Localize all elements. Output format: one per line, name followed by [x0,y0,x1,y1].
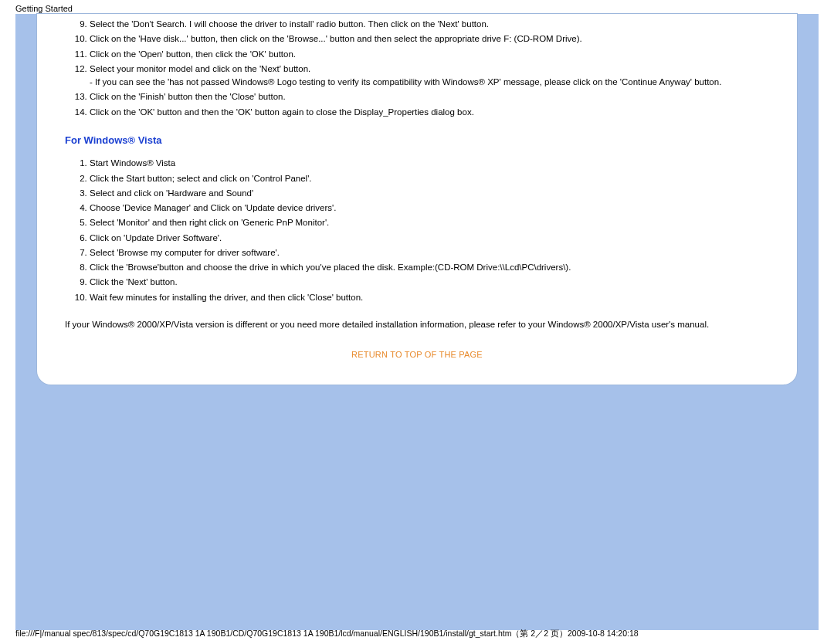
vista-step-1: Start Windows® Vista [90,157,769,170]
content-panel: Select the 'Don't Search. I will choose … [37,14,797,385]
content-area: Select the 'Don't Search. I will choose … [37,14,797,361]
vista-step-2: Click the Start button; select and click… [90,172,769,185]
xp-steps-list: Select the 'Don't Search. I will choose … [65,18,769,119]
vista-step-3: Select and click on 'Hardware and Sound' [90,187,769,200]
xp-step-14: Click on the 'OK' button and then the 'O… [90,106,769,119]
vista-step-10: Wait few minutes for installing the driv… [90,291,769,304]
vista-step-8: Click the 'Browse'button and choose the … [90,261,769,274]
closing-text: If your Windows® 2000/XP/Vista version i… [65,318,769,331]
footer-file-path: file:///F|/manual spec/813/spec/cd/Q70G1… [15,629,639,639]
xp-step-11: Click on the 'Open' button, then click t… [90,48,769,61]
vista-step-6: Click on 'Update Driver Software'. [90,232,769,245]
xp-step-10: Click on the 'Have disk...' button, then… [90,32,769,46]
vista-step-7: Select 'Browse my computer for driver so… [90,246,769,259]
vista-step-9: Click the 'Next' button. [90,276,769,289]
vista-heading: For Windows® Vista [65,133,769,148]
xp-step-12: Select your monitor model and click on t… [90,63,769,90]
vista-steps-list: Start Windows® Vista Click the Start but… [65,157,769,304]
vista-step-5: Select 'Monitor' and then right click on… [90,216,769,229]
xp-step-12-text: Select your monitor model and click on t… [90,64,310,73]
xp-step-12-note: - If you can see the 'has not passed Win… [90,76,769,89]
page-title: Getting Started [15,4,73,13]
return-to-top-link[interactable]: RETURN TO TOP OF THE PAGE [65,348,769,361]
page-background: Select the 'Don't Search. I will choose … [15,14,819,630]
vista-step-4: Choose 'Device Manager' and Click on 'Up… [90,202,769,215]
xp-step-9: Select the 'Don't Search. I will choose … [90,18,769,31]
xp-step-13: Click on the 'Finish' button then the 'C… [90,90,769,103]
